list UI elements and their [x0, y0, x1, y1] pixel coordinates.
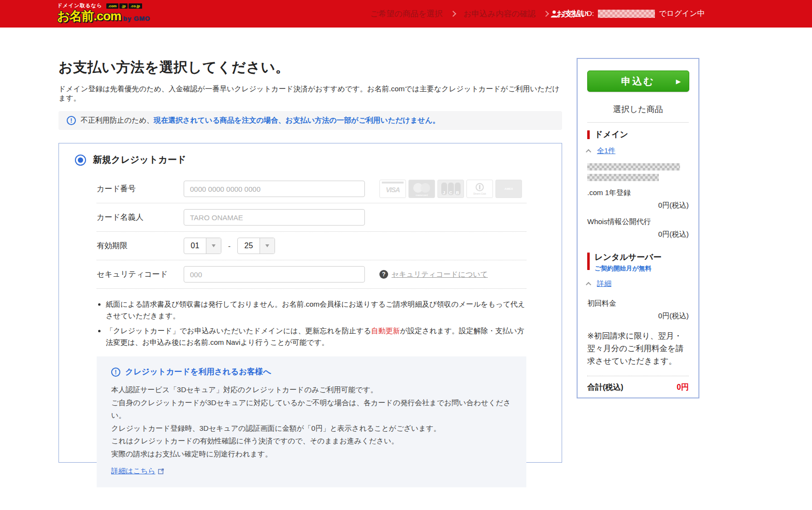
expiry-row: 有効期限 01 - 25 — [97, 232, 526, 260]
header: ドメイン取るなら .com .jp .co.jp お名前.com by GMO … — [0, 0, 812, 28]
payment-notes: 紙面による請求書及び領収書は発行しておりません。お名前.com会員様にお送りする… — [106, 298, 528, 348]
alert-icon: ! — [67, 116, 76, 125]
item-name: .com 1年登録 — [587, 188, 689, 198]
note-item: 紙面による請求書及び領収書は発行しておりません。お名前.com会員様にお送りする… — [106, 298, 528, 322]
page-subtitle: ドメイン登録は先着優先のため、入金確認が一番早いクレジットカード決済がおすすめで… — [58, 85, 562, 103]
chevron-down-icon — [212, 244, 216, 247]
external-link-icon — [158, 468, 164, 474]
chevron-right-icon — [543, 11, 550, 17]
server-section-title: レンタルサーバー — [594, 252, 661, 263]
order-item: Whois情報公開代行 0円(税込) — [587, 217, 689, 239]
step-confirm: お申込み内容の確認 — [464, 9, 536, 19]
user-icon — [550, 10, 558, 18]
notice-text: 不正利用防止のため、現在選択されている商品を注文の場合、お支払い方法の一部がご利… — [81, 116, 440, 125]
credit-card-info-box: ! クレジットカードを利用されるお客様へ 本人認証サービス「3Dセキュア」対応の… — [97, 356, 526, 487]
notice-emphasis: 現在選択されている商品を注文の場合、お支払い方法の一部がご利用いただけません。 — [154, 116, 440, 124]
new-credit-card-radio[interactable] — [75, 155, 86, 166]
gmo-logo: by GMO — [123, 15, 150, 22]
domain-name-redacted — [587, 163, 689, 181]
expiry-month-select[interactable]: 01 — [184, 238, 221, 254]
server-section-subtitle: ご契約開始月が無料 — [594, 264, 661, 273]
domain-count-toggle[interactable]: 全1件 — [597, 146, 615, 156]
onamae-logo[interactable]: ドメイン取るなら .com .jp .co.jp お名前.com by GMO — [57, 2, 161, 22]
card-number-row: カード番号 VISA mastercard JCB — [97, 175, 526, 203]
expiry-year-dropdown-button[interactable] — [260, 238, 275, 254]
order-item: .com 1年登録 0円(税込) — [587, 188, 689, 210]
login-status: お名前ID: でログイン中 — [550, 0, 705, 28]
chevron-up-icon — [586, 149, 591, 154]
diners-club-icon: Diners Club — [466, 180, 493, 198]
payment-method-label: 新規クレジットカード — [93, 154, 186, 166]
apply-button-label: 申込む — [621, 75, 654, 88]
domain-section-title: ドメイン — [594, 129, 628, 140]
card-number-label: カード番号 — [97, 184, 184, 194]
info-line: これはクレジットカードの有効性確認に伴う決済ですので、そのままお進みください。 — [111, 435, 512, 448]
selected-products-heading: 選択した商品 — [578, 104, 698, 115]
expiry-label: 有効期限 — [97, 241, 184, 251]
dotted-divider — [587, 376, 689, 376]
note-item: 「クレジットカード」でお申込みいただいたドメインには、更新忘れを防止する自動更新… — [106, 325, 528, 348]
payment-method-option: 新規クレジットカード — [75, 154, 562, 166]
card-holder-input[interactable] — [184, 209, 365, 226]
total-label: 合計(税込) — [587, 382, 624, 393]
logo-tagline: ドメイン取るなら — [57, 2, 102, 9]
expiry-year-select[interactable]: 25 — [237, 238, 275, 254]
item-name: 初回料金 — [587, 299, 689, 308]
red-accent-bar — [587, 253, 590, 270]
card-form: カード番号 VISA mastercard JCB — [97, 175, 526, 289]
details-link[interactable]: 詳細はこちら — [111, 467, 155, 476]
server-section-header: レンタルサーバー ご契約開始月が無料 — [587, 252, 689, 273]
divider — [587, 122, 689, 123]
item-price: 0円(税込) — [587, 230, 689, 239]
redacted-line — [587, 174, 659, 181]
red-accent-bar — [587, 130, 590, 139]
info-line: 実際の請求はお支払い確定時に別途行われます。 — [111, 448, 512, 461]
server-details-toggle[interactable]: 詳細 — [597, 279, 611, 288]
server-section-titles: レンタルサーバー ご契約開始月が無料 — [594, 252, 661, 273]
security-code-help[interactable]: ? セキュリティコードについて — [379, 270, 488, 279]
page-title: お支払い方法を選択してください。 — [58, 58, 562, 77]
expiry-month-value: 01 — [184, 238, 206, 254]
info-box-title: クレジットカードを利用されるお客様へ — [125, 367, 271, 377]
server-toggle-row: 詳細 — [587, 279, 689, 288]
total-price: 0円 — [677, 382, 689, 393]
security-code-label: セキュリティコード — [97, 269, 184, 280]
jcb-icon: JCB — [437, 180, 464, 198]
login-id-redacted — [598, 10, 655, 18]
security-code-input[interactable] — [184, 266, 365, 283]
main-content: お支払い方法を選択してください。 ドメイン登録は先着優先のため、入金確認が一番早… — [58, 28, 562, 463]
info-line: ご自身のクレジットカードが3Dセキュアに対応しているかご不明な場合は、各カードの… — [111, 397, 512, 422]
domain-section-header: ドメイン — [587, 129, 689, 140]
chevron-right-icon — [450, 11, 456, 17]
accepted-card-brands: VISA mastercard JCB Diners Club — [379, 180, 522, 198]
chevron-down-icon — [265, 244, 269, 247]
item-price: 0円(税込) — [587, 312, 689, 321]
order-summary-sidebar: 申込む ▶ 選択した商品 ドメイン 全1件 .com 1年登録 0円(税込) W… — [577, 58, 699, 398]
redacted-line — [587, 163, 680, 170]
chevron-up-icon — [586, 282, 591, 287]
expiry-month-dropdown-button[interactable] — [206, 238, 221, 254]
auto-renew-emphasis: 自動更新 — [371, 326, 400, 335]
alert-icon: ! — [111, 368, 120, 377]
total-row: 合計(税込) 0円 — [587, 382, 689, 393]
card-number-input[interactable] — [184, 181, 365, 197]
arrow-right-icon: ▶ — [676, 78, 681, 85]
expiry-year-value: 25 — [238, 238, 260, 254]
visa-icon: VISA — [379, 180, 406, 198]
billing-note: ※初回請求に限り、翌月・翌々月分のご利用料金を請求させていただきます。 — [587, 329, 690, 367]
logo-tld-badges: .com .jp .co.jp — [106, 3, 142, 9]
info-box-title-row: ! クレジットカードを利用されるお客様へ — [111, 367, 512, 377]
expiry-separator: - — [228, 242, 231, 250]
item-name: Whois情報公開代行 — [587, 217, 689, 227]
domain-toggle-row: 全1件 — [587, 146, 689, 156]
fraud-notice-banner: ! 不正利用防止のため、現在選択されている商品を注文の場合、お支払い方法の一部が… — [58, 111, 562, 130]
mastercard-icon: mastercard — [408, 180, 435, 198]
info-line: クレジットカード登録時、3Dセキュアの認証画面に金額が「0円」と表示されることが… — [111, 422, 512, 435]
apply-button[interactable]: 申込む ▶ — [587, 71, 689, 92]
security-code-help-link[interactable]: セキュリティコードについて — [392, 270, 488, 279]
page: ドメイン取るなら .com .jp .co.jp お名前.com by GMO … — [0, 0, 812, 510]
login-id-suffix: でログイン中 — [659, 9, 705, 19]
card-holder-label: カード名義人 — [97, 212, 184, 223]
info-line: 本人認証サービス「3Dセキュア」対応のクレジットカードのみご利用可能です。 — [111, 383, 512, 397]
security-code-row: セキュリティコード ? セキュリティコードについて — [97, 260, 526, 289]
